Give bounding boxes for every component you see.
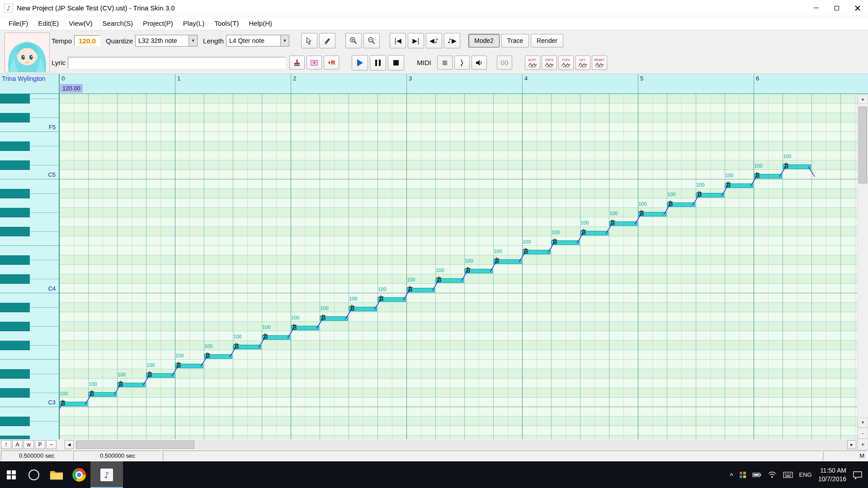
scroll-up-button[interactable]: ▲	[858, 94, 868, 104]
piano-key-d4[interactable]	[0, 265, 59, 274]
mode-mini-button-tilde[interactable]: ~	[46, 440, 57, 449]
piano-key-fs5[interactable]	[0, 113, 59, 122]
menu-item-tools[interactable]: Tools(T)	[209, 16, 244, 30]
piano-key-c4[interactable]: C4	[0, 284, 59, 293]
scroll-left-button[interactable]: ◀	[65, 440, 74, 449]
piano-key-ds5[interactable]	[0, 141, 59, 151]
piano-key-e4[interactable]	[0, 246, 59, 255]
play-button[interactable]	[352, 55, 368, 70]
piano-key-b4[interactable]	[0, 179, 59, 189]
note-g3[interactable]: 100	[262, 331, 291, 341]
note-c5[interactable]: 100	[754, 170, 783, 179]
piano-key-c3[interactable]: C3	[0, 398, 59, 407]
plugin-button-reset[interactable]: RESET	[592, 56, 607, 70]
note-b4[interactable]: 100	[725, 179, 754, 189]
utau-taskbar-button[interactable]: ♪	[90, 461, 123, 488]
file-explorer-button[interactable]	[45, 461, 68, 488]
horizontal-scroll-thumb[interactable]	[76, 441, 194, 449]
piano-key-d3[interactable]	[0, 379, 59, 388]
note-as3[interactable]: 100	[349, 303, 377, 312]
piano-key-a2[interactable]	[0, 426, 59, 436]
go-to-end-button[interactable]: ▶|	[408, 33, 424, 48]
note-d3[interactable]: 100	[117, 379, 146, 388]
next-note-button[interactable]: ♪▶	[444, 33, 460, 48]
note-d4[interactable]: 100	[464, 265, 493, 274]
voicebank-avatar[interactable]	[5, 33, 50, 72]
plugin-button-d2p3[interactable]: D2P3	[542, 56, 557, 70]
piano-key-e3[interactable]	[0, 360, 59, 369]
pitch-curve-button[interactable]	[454, 56, 470, 70]
note-grid[interactable]: 1001001001001001001001001001001001001001…	[59, 94, 857, 439]
action-center-icon[interactable]	[853, 470, 863, 479]
cortana-button[interactable]	[23, 461, 45, 488]
note-ds3[interactable]: 100	[146, 369, 175, 379]
touch-keyboard-icon[interactable]	[783, 472, 793, 478]
maximize-button[interactable]	[826, 0, 847, 16]
vertical-scrollbar[interactable]	[858, 104, 868, 418]
quantize-select[interactable]: L32 32th note ▼	[135, 35, 198, 47]
note-ds4[interactable]: 100	[493, 255, 522, 265]
piano-key-g5[interactable]	[0, 103, 59, 113]
menu-item-help[interactable]: Help(H)	[244, 16, 277, 30]
midi-record-button[interactable]	[437, 56, 453, 70]
piano-key-g4[interactable]	[0, 217, 59, 227]
chevron-down-icon[interactable]: ▼	[189, 35, 197, 46]
mute-button[interactable]	[472, 56, 487, 70]
vertical-zoom-in-button[interactable]: +	[858, 439, 868, 450]
mode-mini-button-w[interactable]: w	[24, 440, 34, 449]
hidden-icons-chevron[interactable]: ^	[730, 472, 733, 479]
mode-mini-button-a[interactable]: A	[12, 440, 23, 449]
piano-key-f4[interactable]	[0, 236, 59, 246]
menu-item-play[interactable]: Play(L)	[178, 16, 210, 30]
note-f3[interactable]: 100	[204, 350, 233, 360]
note-e4[interactable]: 100	[522, 246, 551, 255]
zoom-in-button[interactable]	[345, 33, 362, 48]
note-f4[interactable]: 100	[551, 236, 580, 246]
tempo-value[interactable]: 120.0	[74, 35, 100, 46]
note-e3[interactable]: 100	[175, 360, 204, 369]
piano-key-ds3[interactable]	[0, 369, 59, 379]
track-name[interactable]: Trina Wylington	[0, 74, 59, 94]
pencil-tool-button[interactable]	[319, 33, 335, 48]
piano-key-as4[interactable]	[0, 189, 59, 198]
plugin-button-opt[interactable]: OPT	[575, 56, 590, 70]
note-a3[interactable]: 100	[320, 312, 349, 322]
mode-mini-button-excl[interactable]: !	[1, 440, 11, 449]
length-select[interactable]: L4 Qter note ▼	[226, 35, 289, 47]
timeline-ruler[interactable]: 0123456 120.00	[59, 74, 868, 94]
note-cs5[interactable]: 100	[783, 160, 811, 170]
chrome-button[interactable]	[68, 461, 90, 488]
piano-key-gs5[interactable]	[0, 94, 59, 103]
add-note-button[interactable]: +	[307, 56, 322, 70]
mode2-toggle-button[interactable]: Mode2	[468, 34, 500, 47]
go-to-start-button[interactable]: |◀	[390, 33, 406, 48]
menu-item-project[interactable]: Project(P)	[138, 16, 178, 30]
piano-key-as2[interactable]	[0, 417, 59, 426]
piano-key-e5[interactable]	[0, 132, 59, 141]
note-fs3[interactable]: 100	[233, 341, 262, 350]
horizontal-scrollbar[interactable]	[75, 440, 847, 449]
menu-item-search[interactable]: Search(S)	[97, 16, 138, 30]
note-cs4[interactable]: 100	[435, 274, 464, 284]
piano-key-gs4[interactable]	[0, 208, 59, 217]
select-tool-button[interactable]	[301, 33, 317, 48]
note-pair-button[interactable]: 00	[497, 56, 512, 70]
note-b3[interactable]: 100	[377, 293, 406, 303]
note-fs4[interactable]: 100	[580, 227, 609, 236]
note-gs4[interactable]: 100	[638, 208, 667, 217]
piano-key-ds4[interactable]	[0, 255, 59, 265]
scroll-down-button[interactable]: ▼	[858, 418, 868, 427]
menu-item-view[interactable]: View(V)	[64, 16, 97, 30]
language-indicator[interactable]: ENG	[799, 471, 812, 478]
lyric-input[interactable]	[68, 57, 286, 69]
insert-lyric-button[interactable]	[289, 56, 305, 70]
wifi-icon[interactable]	[768, 471, 777, 478]
note-gs3[interactable]: 100	[291, 322, 320, 331]
piano-key-f5[interactable]: F5	[0, 122, 59, 132]
piano-key-fs4[interactable]	[0, 227, 59, 236]
menu-item-edit[interactable]: Edit(E)	[33, 16, 64, 30]
taskbar-clock[interactable]: 11:50 AM 10/7/2016	[818, 466, 846, 483]
scroll-right-button[interactable]: ►	[847, 440, 856, 449]
trace-button[interactable]: Trace	[501, 34, 529, 47]
stop-button[interactable]	[388, 55, 404, 70]
